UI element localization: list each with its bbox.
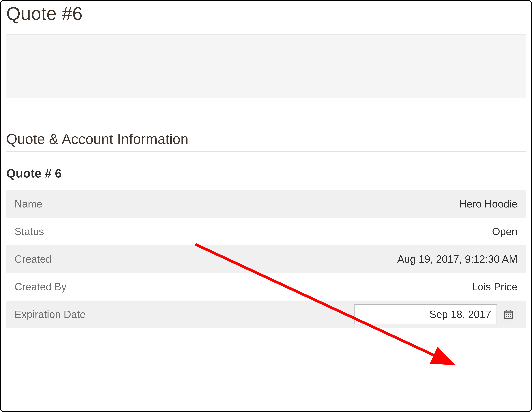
row-name: Name Hero Hoodie — [6, 190, 526, 218]
svg-point-9 — [510, 316, 511, 317]
svg-point-4 — [506, 314, 507, 315]
value-name: Hero Hoodie — [459, 198, 517, 210]
svg-point-6 — [510, 314, 511, 315]
svg-point-5 — [508, 314, 509, 315]
value-created-by: Lois Price — [472, 281, 517, 293]
label-expiration-date: Expiration Date — [15, 309, 86, 320]
expiration-date-cell — [354, 304, 517, 324]
row-status: Status Open — [6, 218, 526, 245]
label-status: Status — [15, 225, 44, 237]
row-created-by: Created By Lois Price — [6, 273, 526, 300]
section-heading: Quote & Account Information — [6, 131, 526, 151]
row-created: Created Aug 19, 2017, 9:12:30 AM — [6, 245, 526, 273]
label-created-by: Created By — [15, 281, 66, 293]
empty-banner — [6, 34, 526, 98]
row-expiration-date: Expiration Date — [6, 300, 526, 328]
label-created: Created — [15, 253, 51, 265]
calendar-button[interactable] — [500, 304, 517, 324]
quote-info-table: Name Hero Hoodie Status Open Created Aug… — [6, 190, 526, 328]
svg-point-7 — [506, 316, 507, 317]
value-status: Open — [492, 225, 517, 237]
value-created: Aug 19, 2017, 9:12:30 AM — [397, 253, 517, 265]
expiration-date-input[interactable] — [354, 304, 497, 324]
window-frame: Quote #6 Quote & Account Information Quo… — [0, 0, 532, 412]
calendar-icon — [503, 309, 514, 320]
label-name: Name — [15, 198, 42, 210]
page-title: Quote #6 — [6, 3, 526, 24]
svg-point-8 — [508, 316, 509, 317]
section-subheading: Quote # 6 — [6, 166, 526, 180]
content-pane: Quote #6 Quote & Account Information Quo… — [1, 1, 531, 411]
